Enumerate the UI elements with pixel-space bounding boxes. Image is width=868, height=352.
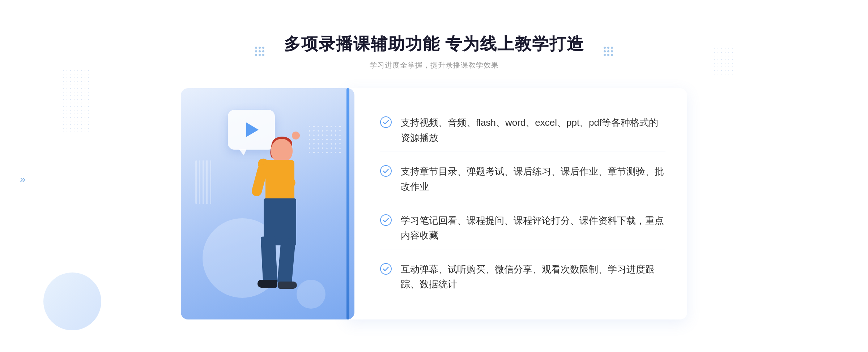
feature-text-3: 学习笔记回看、课程提问、课程评论打分、课件资料下载，重点内容收藏 bbox=[401, 213, 665, 243]
page-subtitle: 学习进度全掌握，提升录播课教学效果 bbox=[284, 60, 584, 70]
page-title: 多项录播课辅助功能 专为线上教学打造 bbox=[284, 33, 584, 55]
svg-point-3 bbox=[380, 263, 391, 274]
dots-decoration-left bbox=[61, 69, 90, 134]
svg-point-1 bbox=[380, 166, 391, 176]
person-body bbox=[265, 160, 294, 203]
illus-stripe bbox=[195, 160, 213, 204]
feature-item-2: 支持章节目录、弹题考试、课后练习、课后作业、章节测验、批改作业 bbox=[380, 158, 665, 200]
person-head bbox=[271, 139, 293, 162]
person-figure bbox=[233, 132, 320, 319]
feature-item-3: 学习笔记回看、课程提问、课程评论打分、课件资料下载，重点内容收藏 bbox=[380, 207, 665, 249]
feature-item-1: 支持视频、音频、flash、word、excel、ppt、pdf等各种格式的资源… bbox=[380, 110, 665, 151]
header-section: 多项录播课辅助功能 专为线上教学打造 学习进度全掌握，提升录播课教学效果 bbox=[284, 33, 584, 70]
svg-point-2 bbox=[380, 215, 391, 226]
bg-circle-decoration bbox=[43, 272, 101, 330]
dots-decoration-right bbox=[712, 47, 734, 76]
person-leg-left bbox=[261, 236, 278, 284]
blue-accent-bar bbox=[346, 88, 349, 319]
header-dots-right bbox=[604, 47, 613, 56]
header-dots-left bbox=[255, 47, 264, 56]
main-content: 支持视频、音频、flash、word、excel、ppt、pdf等各种格式的资源… bbox=[181, 88, 687, 319]
feature-item-4: 互动弹幕、试听购买、微信分享、观看次数限制、学习进度跟踪、数据统计 bbox=[380, 256, 665, 298]
illustration-card bbox=[181, 88, 354, 319]
feature-text-1: 支持视频、音频、flash、word、excel、ppt、pdf等各种格式的资源… bbox=[401, 115, 665, 145]
check-icon-4 bbox=[380, 263, 392, 275]
feature-text-4: 互动弹幕、试听购买、微信分享、观看次数限制、学习进度跟踪、数据统计 bbox=[401, 262, 665, 292]
check-icon-1 bbox=[380, 116, 392, 128]
page-wrapper: » 多项录播课辅助功能 专为线上教学打造 学习进度全掌握，提升录播课教学效果 bbox=[0, 0, 868, 352]
person-shoe-left bbox=[258, 280, 277, 288]
feature-text-2: 支持章节目录、弹题考试、课后练习、课后作业、章节测验、批改作业 bbox=[401, 164, 665, 194]
arrow-left-decoration: » bbox=[20, 173, 26, 185]
check-icon-2 bbox=[380, 165, 392, 177]
features-panel: 支持视频、音频、flash、word、excel、ppt、pdf等各种格式的资源… bbox=[347, 88, 687, 319]
check-icon-3 bbox=[380, 214, 392, 226]
svg-point-0 bbox=[380, 117, 391, 128]
person-hand-right bbox=[292, 132, 300, 139]
person-shoe-right bbox=[278, 282, 297, 289]
